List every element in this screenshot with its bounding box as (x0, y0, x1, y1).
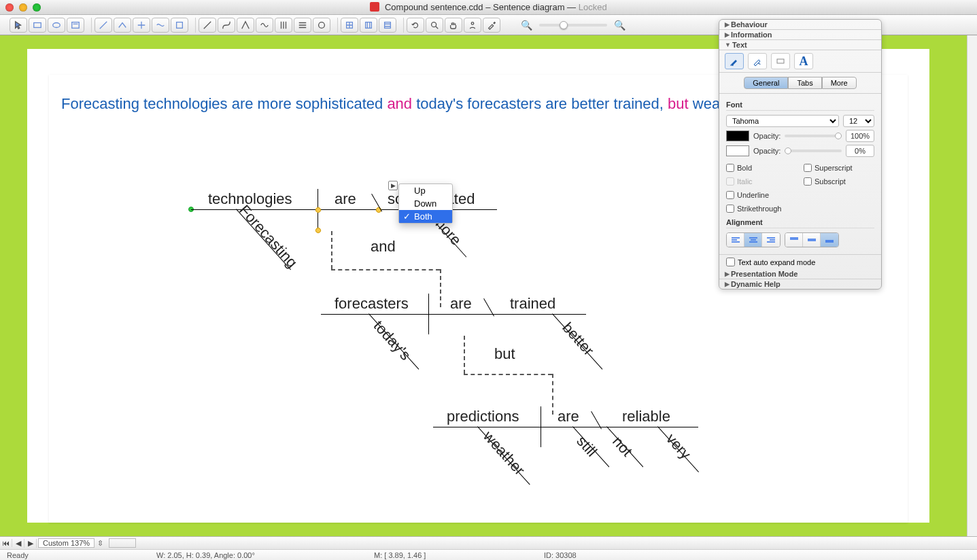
subject-3[interactable]: predictions (447, 408, 519, 425)
connector-4[interactable] (152, 18, 169, 33)
section-dynamic-help[interactable]: ▶Dynamic Help (719, 279, 881, 289)
tab-tabs[interactable]: Tabs (788, 77, 821, 89)
title-docname: Sentence diagram (493, 2, 565, 12)
modifier-3[interactable]: today's (370, 317, 415, 364)
zoom-out-icon[interactable]: 🔍 (521, 20, 532, 31)
modifier-8[interactable]: very (662, 430, 694, 463)
line-4[interactable] (256, 18, 273, 33)
subject-2[interactable]: forecasters (335, 295, 409, 313)
verb-2[interactable]: are (450, 295, 472, 313)
person-icon[interactable] (464, 18, 481, 33)
h-align-group (726, 232, 781, 247)
text-tool[interactable] (67, 18, 84, 33)
underline-checkbox[interactable]: Underline (726, 191, 797, 199)
align-center[interactable] (744, 233, 762, 247)
predicate-3[interactable]: reliable (622, 408, 670, 425)
magnify-icon[interactable] (426, 18, 443, 33)
eyedropper-icon[interactable] (483, 18, 500, 33)
stroke-opacity-slider[interactable] (785, 150, 842, 152)
dash-link (552, 374, 553, 415)
text-style-box-icon[interactable] (771, 53, 790, 69)
align-right[interactable] (762, 233, 780, 247)
verb-1[interactable]: are (335, 190, 356, 208)
stroke-swatch[interactable] (726, 145, 749, 156)
text-style-pen-icon[interactable] (725, 53, 744, 69)
zoom-in-icon[interactable]: 🔍 (614, 20, 625, 31)
zoom-level[interactable]: Custom 137% (38, 538, 95, 548)
modifier-5[interactable]: weather (479, 427, 528, 479)
align-middle[interactable] (803, 233, 821, 247)
v-align-group (785, 232, 839, 247)
modifier-7[interactable]: not (609, 433, 636, 460)
ellipse-tool[interactable] (48, 18, 65, 33)
section-text[interactable]: ▼Text (719, 40, 881, 50)
refresh-icon[interactable] (407, 18, 424, 33)
line-7[interactable] (313, 18, 330, 33)
section-behaviour[interactable]: ▶Behaviour (719, 20, 881, 29)
section-information[interactable]: ▶Information (719, 30, 881, 39)
page-first[interactable]: ⏮ (0, 539, 12, 547)
connector-3[interactable] (133, 18, 150, 33)
modifier-1[interactable]: Forecasting (235, 202, 301, 272)
zoom-slider[interactable]: 🔍 🔍 (521, 20, 625, 31)
strikethrough-checkbox[interactable]: Strikethrough (726, 205, 797, 213)
rect-tool[interactable] (29, 18, 46, 33)
modifier-4[interactable]: better (559, 319, 598, 359)
divider-3a (541, 406, 541, 447)
text-style-fill-icon[interactable] (748, 53, 767, 69)
connector-2[interactable] (114, 18, 131, 33)
vertical-scrollbar[interactable] (967, 35, 977, 536)
fill-opacity-slider[interactable] (785, 135, 842, 137)
italic-checkbox: Italic (726, 177, 797, 186)
fill-opacity-value[interactable]: 100% (846, 130, 874, 142)
status-id: ID: 30308 (537, 551, 583, 559)
fill-swatch[interactable] (726, 130, 749, 141)
page-prev[interactable]: ◀ (12, 539, 24, 548)
node-2[interactable] (360, 18, 377, 33)
node-3[interactable] (379, 18, 396, 33)
text-style-letter-icon[interactable]: A (794, 53, 813, 69)
section-presentation[interactable]: ▶Presentation Mode (719, 269, 881, 279)
node-handle[interactable] (314, 206, 322, 213)
tab-general[interactable]: General (744, 77, 788, 89)
align-bottom[interactable] (821, 233, 838, 247)
auto-expand-row[interactable]: Text auto expand mode (719, 254, 881, 269)
menu-item-up[interactable]: Up (399, 184, 452, 197)
page-thumbs[interactable] (109, 538, 136, 548)
hand-icon[interactable] (445, 18, 462, 33)
stroke-opacity-value[interactable]: 0% (846, 145, 874, 157)
node-1[interactable] (341, 18, 358, 33)
verb-3[interactable]: are (558, 408, 579, 425)
line-5[interactable] (275, 18, 292, 33)
baseline-2[interactable] (321, 314, 586, 315)
zoom-stepper[interactable]: ⇳ (96, 539, 105, 548)
predicate-2[interactable]: trained (510, 295, 555, 313)
conj-but[interactable]: but (494, 345, 515, 363)
menu-trigger-icon[interactable]: ▶ (388, 181, 398, 190)
dash-link (331, 231, 332, 269)
line-2[interactable] (218, 18, 235, 33)
align-top[interactable] (785, 233, 803, 247)
menu-item-both[interactable]: Both (399, 210, 452, 223)
node-handle[interactable] (314, 226, 322, 234)
connector-5[interactable] (171, 18, 188, 33)
line-6[interactable] (294, 18, 311, 33)
align-left[interactable] (727, 233, 744, 247)
subscript-checkbox[interactable]: Subscript (804, 177, 874, 186)
line-3[interactable] (237, 18, 254, 33)
line-1[interactable] (199, 18, 216, 33)
page-next[interactable]: ▶ (24, 539, 37, 548)
conj-and[interactable]: and (371, 238, 396, 256)
font-size-select[interactable]: 12 (843, 115, 874, 127)
svg-rect-2 (72, 22, 80, 28)
auto-expand-checkbox[interactable] (726, 258, 735, 266)
tab-more[interactable]: More (822, 77, 857, 89)
menu-item-down[interactable]: Down (399, 197, 452, 210)
connector-1[interactable] (95, 18, 112, 33)
bold-checkbox[interactable]: Bold (726, 164, 797, 172)
font-family-select[interactable]: Tahoma (726, 115, 839, 127)
document-icon (370, 2, 379, 12)
pointer-tool[interactable] (10, 18, 27, 33)
superscript-checkbox[interactable]: Superscript (804, 164, 874, 172)
modifier-6[interactable]: still (573, 432, 601, 460)
